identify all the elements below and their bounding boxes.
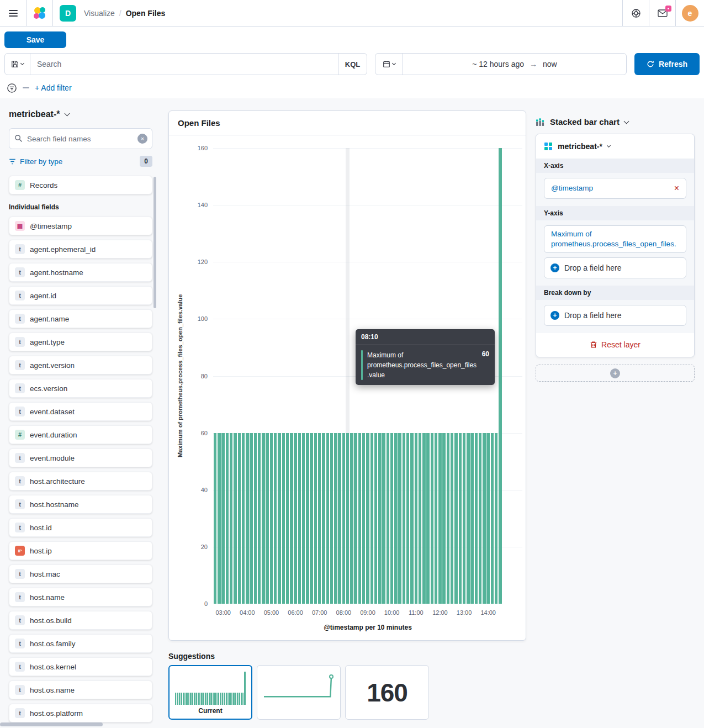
field-item[interactable]: IPhost.ip: [9, 541, 152, 560]
suggestion-line-chart[interactable]: [257, 665, 341, 720]
bar[interactable]: [403, 433, 406, 604]
field-item[interactable]: thost.os.name: [9, 680, 152, 699]
bar[interactable]: [214, 433, 217, 604]
bar[interactable]: [266, 433, 269, 604]
x-axis-dimension[interactable]: @timestamp ×: [544, 178, 686, 199]
bar[interactable]: [394, 433, 398, 604]
refresh-button[interactable]: Refresh: [634, 53, 700, 75]
reset-layer-button[interactable]: Reset layer: [536, 333, 694, 357]
index-pattern-switcher[interactable]: metricbeat-*: [9, 109, 152, 119]
bar[interactable]: [470, 433, 474, 604]
bar[interactable]: [374, 433, 378, 604]
bar[interactable]: [390, 433, 394, 604]
bar[interactable]: [270, 433, 273, 604]
bar[interactable]: [370, 433, 374, 604]
bar[interactable]: [483, 433, 486, 604]
field-item[interactable]: tevent.module: [9, 449, 152, 467]
bar[interactable]: [459, 433, 462, 604]
bar[interactable]: [286, 433, 289, 604]
add-filter-button[interactable]: + Add filter: [35, 83, 72, 92]
bar[interactable]: [314, 433, 317, 604]
bar[interactable]: [258, 433, 261, 604]
bar[interactable]: [398, 433, 401, 604]
bar[interactable]: [419, 433, 422, 604]
field-item[interactable]: thost.os.family: [9, 634, 152, 653]
bar[interactable]: [218, 433, 221, 604]
sidebar-scrollbar[interactable]: [153, 177, 156, 308]
field-item[interactable]: thost.os.platform: [9, 704, 152, 722]
save-button[interactable]: Save: [4, 31, 66, 48]
elastic-logo[interactable]: [27, 0, 53, 26]
bar[interactable]: [382, 433, 385, 604]
filter-menu-button[interactable]: [7, 83, 17, 93]
field-item[interactable]: tecs.version: [9, 379, 152, 398]
field-item[interactable]: tagent.type: [9, 333, 152, 351]
records-field-item[interactable]: # Records: [9, 176, 152, 194]
bar[interactable]: [262, 433, 265, 604]
bar[interactable]: [495, 433, 498, 604]
bar[interactable]: [254, 433, 257, 604]
bar[interactable]: [354, 433, 357, 604]
bar[interactable]: [350, 433, 353, 604]
field-item[interactable]: thost.mac: [9, 565, 152, 583]
bar[interactable]: [310, 433, 313, 604]
suggestion-current[interactable]: Current: [168, 665, 252, 720]
bar[interactable]: [238, 433, 241, 604]
bar[interactable]: [479, 433, 482, 604]
bar[interactable]: [334, 433, 337, 604]
search-input[interactable]: [30, 54, 338, 75]
bar[interactable]: [342, 433, 346, 604]
bar[interactable]: [330, 433, 334, 604]
field-item[interactable]: thost.os.build: [9, 611, 152, 630]
horizontal-scrollbar[interactable]: [0, 722, 103, 726]
field-item[interactable]: thost.id: [9, 518, 152, 537]
bar[interactable]: [447, 433, 450, 604]
bar[interactable]: [242, 433, 245, 604]
bar[interactable]: [346, 433, 350, 604]
bar[interactable]: [318, 433, 321, 604]
plot-area[interactable]: 08:10 Maximum of prometheus.process_file…: [213, 148, 522, 604]
field-item[interactable]: tagent.version: [9, 356, 152, 374]
bar[interactable]: [298, 433, 301, 604]
bar[interactable]: [475, 433, 478, 604]
field-item[interactable]: tagent.ephemeral_id: [9, 240, 152, 259]
bar[interactable]: [415, 433, 418, 604]
bar[interactable]: [226, 433, 229, 604]
bar[interactable]: [326, 433, 330, 604]
y-axis-dimension[interactable]: Maximum of prometheus.process_files_open…: [544, 225, 686, 253]
bar[interactable]: [491, 433, 494, 604]
bar[interactable]: [406, 433, 410, 604]
field-item[interactable]: thost.architecture: [9, 472, 152, 490]
menu-button[interactable]: [0, 0, 27, 26]
bar[interactable]: [362, 433, 366, 604]
bar[interactable]: [499, 148, 502, 604]
bar[interactable]: [250, 433, 253, 604]
bar[interactable]: [306, 433, 309, 604]
field-item[interactable]: thost.name: [9, 588, 152, 606]
kql-syntax-button[interactable]: KQL: [338, 54, 367, 75]
remove-dimension-icon[interactable]: ×: [674, 184, 679, 193]
bar[interactable]: [274, 433, 277, 604]
field-item[interactable]: thost.hostname: [9, 495, 152, 514]
breakdown-drop-target[interactable]: + Drop a field here: [544, 305, 686, 326]
bar[interactable]: [278, 433, 281, 604]
field-item[interactable]: thost.os.kernel: [9, 657, 152, 676]
field-search-input[interactable]: [9, 128, 152, 149]
bar[interactable]: [454, 433, 458, 604]
bar[interactable]: [246, 433, 249, 604]
bar[interactable]: [322, 433, 325, 604]
filter-by-type-button[interactable]: Filter by type: [20, 157, 62, 166]
bar[interactable]: [463, 433, 466, 604]
bar[interactable]: [486, 433, 490, 604]
layer-index-pattern-switcher[interactable]: metricbeat-*: [536, 134, 694, 159]
field-item[interactable]: #event.duration: [9, 425, 152, 444]
bar[interactable]: [234, 433, 237, 604]
bar[interactable]: [431, 433, 434, 604]
field-item[interactable]: tagent.name: [9, 309, 152, 328]
bar[interactable]: [410, 433, 414, 604]
bar[interactable]: [221, 433, 225, 604]
bar[interactable]: [426, 433, 430, 604]
bar[interactable]: [438, 433, 442, 604]
bar[interactable]: [467, 433, 470, 604]
bar[interactable]: [442, 433, 446, 604]
